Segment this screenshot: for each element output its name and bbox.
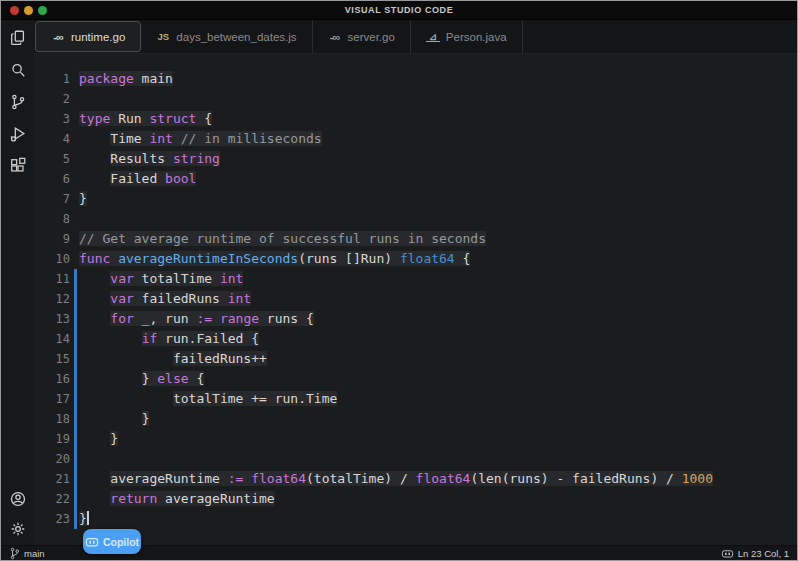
code-line-6[interactable]: 6 Failed bool bbox=[34, 169, 797, 189]
title-bar: Visual Studio Code bbox=[1, 1, 797, 20]
line-number: 22 bbox=[34, 489, 70, 509]
code-line-9[interactable]: 9// Get average runtime of successful ru… bbox=[34, 229, 797, 249]
line-number: 16 bbox=[34, 369, 70, 389]
window-title: Visual Studio Code bbox=[345, 5, 454, 15]
line-content: if run.Failed { bbox=[79, 329, 259, 349]
code-line-5[interactable]: 5 Results string bbox=[34, 149, 797, 169]
copilot-button[interactable]: Copilot bbox=[83, 529, 141, 554]
close-button[interactable] bbox=[10, 6, 19, 15]
code-editor[interactable]: 1package main23type Run struct {4 Time i… bbox=[34, 54, 797, 545]
line-number: 15 bbox=[34, 349, 70, 369]
line-content: for _, run := range runs { bbox=[79, 309, 314, 329]
run-debug-icon[interactable] bbox=[8, 124, 28, 144]
tab-bar: -∞runtime.goJSdays_between_dates.js-∞ser… bbox=[34, 20, 797, 54]
code-line-14[interactable]: 14 if run.Failed { bbox=[34, 329, 797, 349]
code-line-22[interactable]: 22 return averageRuntime bbox=[34, 489, 797, 509]
line-content: var failedRuns int bbox=[79, 289, 251, 309]
line-content: } bbox=[79, 409, 149, 429]
line-content: } bbox=[79, 429, 118, 449]
maximize-button[interactable] bbox=[38, 6, 47, 15]
tab-days-between-dates-js[interactable]: JSdays_between_dates.js bbox=[141, 20, 312, 53]
code-line-10[interactable]: 10func averageRuntimeInSeconds(runs []Ru… bbox=[34, 249, 797, 269]
code-line-11[interactable]: 11 var totalTime int bbox=[34, 269, 797, 289]
code-line-13[interactable]: 13 for _, run := range runs { bbox=[34, 309, 797, 329]
copilot-label: Copilot bbox=[103, 536, 139, 548]
text-cursor bbox=[87, 511, 89, 525]
line-content: package main bbox=[79, 69, 173, 89]
window-controls bbox=[10, 1, 47, 19]
code-line-2[interactable]: 2 bbox=[34, 89, 797, 109]
branch-status-item[interactable]: main bbox=[9, 547, 45, 560]
tab-person-java[interactable]: ⊿Person.java bbox=[411, 20, 523, 53]
source-control-icon[interactable] bbox=[8, 92, 28, 112]
line-content: var totalTime int bbox=[79, 269, 243, 289]
tab-label: Person.java bbox=[446, 31, 507, 43]
git-branch-icon bbox=[9, 547, 20, 560]
tab-server-go[interactable]: -∞server.go bbox=[313, 20, 411, 53]
tab-label: runtime.go bbox=[71, 31, 125, 43]
line-number: 3 bbox=[34, 109, 70, 129]
cursor-position-item[interactable]: Ln 23 Col, 1 bbox=[721, 548, 789, 559]
js-file-icon: JS bbox=[156, 31, 170, 42]
gutter-modified-indicator bbox=[74, 269, 77, 529]
line-number: 12 bbox=[34, 289, 70, 309]
line-number: 1 bbox=[34, 69, 70, 89]
code-line-7[interactable]: 7} bbox=[34, 189, 797, 209]
code-line-8[interactable]: 8 bbox=[34, 209, 797, 229]
line-content: Failed bool bbox=[79, 169, 196, 189]
line-content: func averageRuntimeInSeconds(runs []Run)… bbox=[79, 249, 470, 269]
line-number: 14 bbox=[34, 329, 70, 349]
line-content: failedRuns++ bbox=[79, 349, 267, 369]
code-line-23[interactable]: 23} bbox=[34, 509, 797, 529]
line-number: 10 bbox=[34, 249, 70, 269]
branch-name: main bbox=[24, 548, 45, 559]
line-number: 9 bbox=[34, 229, 70, 249]
code-line-4[interactable]: 4 Time int // in milliseconds bbox=[34, 129, 797, 149]
explorer-icon[interactable] bbox=[8, 28, 28, 48]
code-line-3[interactable]: 3type Run struct { bbox=[34, 109, 797, 129]
code-line-15[interactable]: 15 failedRuns++ bbox=[34, 349, 797, 369]
line-number: 7 bbox=[34, 189, 70, 209]
line-content: return averageRuntime bbox=[79, 489, 275, 509]
accounts-icon[interactable] bbox=[8, 489, 28, 509]
tab-label: days_between_dates.js bbox=[176, 31, 296, 43]
line-content: totalTime += run.Time bbox=[79, 389, 337, 409]
cursor-position: Ln 23 Col, 1 bbox=[738, 548, 789, 559]
line-content: Results string bbox=[79, 149, 220, 169]
code-line-21[interactable]: 21 averageRuntime := float64(totalTime) … bbox=[34, 469, 797, 489]
go-file-icon: -∞ bbox=[328, 31, 342, 43]
code-line-16[interactable]: 16 } else { bbox=[34, 369, 797, 389]
go-file-icon: -∞ bbox=[51, 31, 65, 43]
line-number: 17 bbox=[34, 389, 70, 409]
code-line-12[interactable]: 12 var failedRuns int bbox=[34, 289, 797, 309]
java-file-icon: ⊿ bbox=[426, 32, 440, 42]
line-number: 19 bbox=[34, 429, 70, 449]
line-number: 6 bbox=[34, 169, 70, 189]
line-number: 8 bbox=[34, 209, 70, 229]
line-content: Time int // in milliseconds bbox=[79, 129, 322, 149]
minimize-button[interactable] bbox=[24, 6, 33, 15]
line-number: 5 bbox=[34, 149, 70, 169]
code-line-1[interactable]: 1package main bbox=[34, 69, 797, 89]
line-number: 2 bbox=[34, 89, 70, 109]
code-line-17[interactable]: 17 totalTime += run.Time bbox=[34, 389, 797, 409]
settings-gear-icon[interactable] bbox=[8, 519, 28, 539]
line-content: // Get average runtime of successful run… bbox=[79, 229, 486, 249]
code-line-20[interactable]: 20 bbox=[34, 449, 797, 469]
search-icon[interactable] bbox=[8, 60, 28, 80]
tab-runtime-go[interactable]: -∞runtime.go bbox=[35, 21, 141, 52]
line-content: } bbox=[79, 189, 87, 209]
line-number: 13 bbox=[34, 309, 70, 329]
vscode-window: Visual Studio Code bbox=[0, 0, 798, 561]
copilot-robot-icon bbox=[721, 548, 734, 559]
extensions-icon[interactable] bbox=[8, 156, 28, 176]
line-number: 4 bbox=[34, 129, 70, 149]
line-content: type Run struct { bbox=[79, 109, 212, 129]
line-content: } bbox=[79, 509, 89, 529]
line-number: 20 bbox=[34, 449, 70, 469]
line-number: 23 bbox=[34, 509, 70, 529]
line-number: 11 bbox=[34, 269, 70, 289]
activity-bar bbox=[1, 20, 34, 545]
code-line-18[interactable]: 18 } bbox=[34, 409, 797, 429]
code-line-19[interactable]: 19 } bbox=[34, 429, 797, 449]
